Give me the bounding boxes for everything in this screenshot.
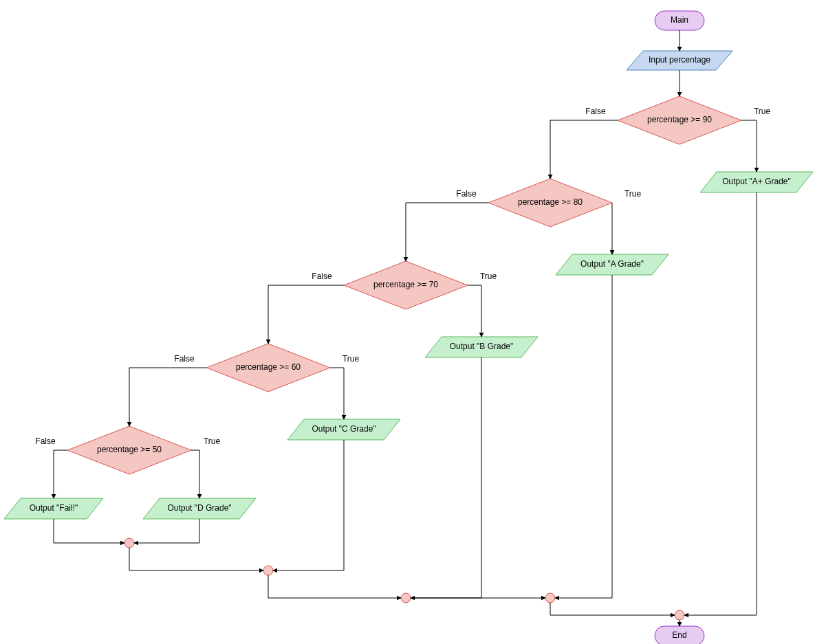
edge-m80-m90 [550, 603, 675, 615]
edge-true-label: True [343, 354, 360, 364]
decision-ge-80-label: percentage >= 80 [518, 197, 583, 207]
terminator-main-label: Main [671, 15, 688, 25]
edge-false-label: False [456, 189, 477, 199]
edge-false-fail [54, 450, 67, 498]
merge-50 [124, 538, 134, 548]
edge-true-label: True [204, 436, 221, 446]
io-input-percentage-label: Input percentage [649, 55, 710, 65]
io-output-d-label: Output "D Grade" [167, 503, 231, 513]
decision-ge-60-label: percentage >= 60 [236, 362, 301, 372]
io-output-c-label: Output "C Grade" [312, 424, 376, 434]
io-output-b-label: Output "B Grade" [450, 342, 514, 351]
edge-a-m80 [555, 275, 612, 598]
edge-false-fail-label: False [35, 436, 56, 446]
edge-true-label: True [754, 107, 771, 116]
edge-false-label: False [174, 354, 195, 364]
decision-ge-70-label: percentage >= 70 [373, 280, 438, 289]
io-output-fail-label: Output "Fail!" [30, 503, 78, 513]
merge-60 [263, 566, 273, 575]
decision-ge-50-label: percentage >= 50 [97, 445, 162, 454]
merge-80 [545, 593, 555, 603]
flowchart-canvas: MainInput percentagepercentage >= 90perc… [0, 0, 815, 644]
edge-false-390 [268, 285, 344, 344]
edge-true-label: True [480, 271, 497, 281]
edge-true-label: True [624, 189, 642, 199]
io-output-aplus-label: Output "A+ Grade" [722, 177, 791, 186]
edge-fail-m50 [54, 519, 124, 543]
decision-ge-90-label: percentage >= 90 [647, 115, 712, 124]
merge-70 [401, 593, 411, 603]
edge-false-label: False [585, 107, 606, 116]
merge-90 [675, 610, 684, 620]
edge-true-700 [468, 285, 481, 337]
edge-false-590 [406, 203, 488, 261]
edge-false-label: False [312, 271, 332, 281]
edge-b-m70 [411, 357, 481, 598]
edge-m50-m60 [129, 548, 263, 570]
edge-true-290 [191, 450, 199, 498]
edge-d-m50 [134, 519, 199, 543]
terminator-end-label: End [672, 630, 686, 640]
edge-false-188 [129, 368, 206, 426]
io-output-a-label: Output "A Grade" [580, 259, 644, 269]
edge-m60-m70 [268, 575, 401, 598]
edge-true-500 [330, 368, 344, 419]
edge-false-800 [550, 120, 618, 179]
edge-aplus-m90 [684, 192, 757, 615]
edge-c-m60 [273, 440, 344, 570]
edge-true-1100 [741, 120, 757, 172]
